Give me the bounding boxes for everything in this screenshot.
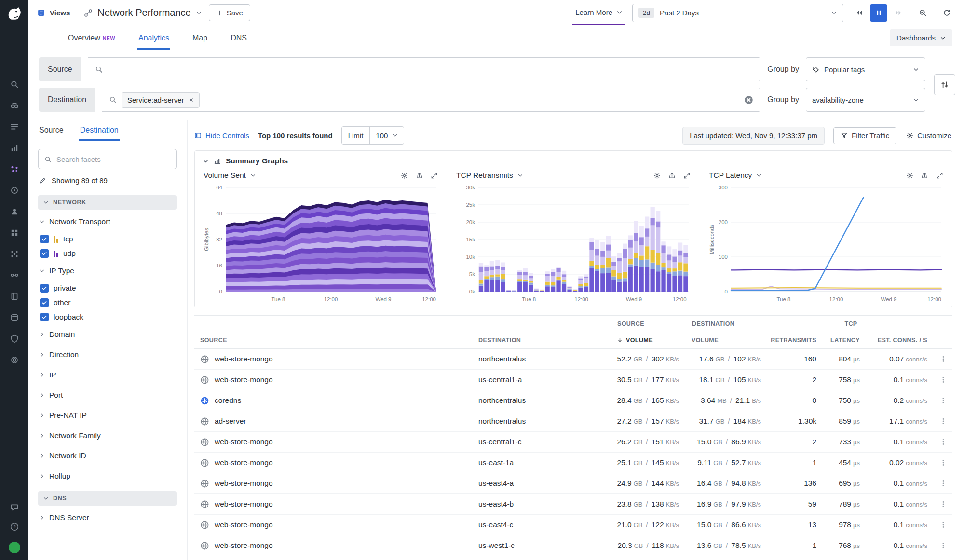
- row-menu-icon[interactable]: [934, 480, 952, 487]
- tab-dns[interactable]: DNS: [230, 26, 248, 50]
- destination-name[interactable]: us-east4-b: [473, 500, 611, 508]
- chart-plot-tcp-retransmits[interactable]: 0k5k10k15k20k25k30kTue 812:00Wed 912:00: [455, 183, 692, 304]
- network-icon[interactable]: [10, 165, 19, 173]
- limit-control[interactable]: Limit 100: [341, 126, 405, 145]
- table-row[interactable]: web-store-mongous-east4-c21.0GB/122KB/s1…: [194, 515, 952, 535]
- source-name[interactable]: ad-server: [215, 417, 246, 426]
- synthetics-icon[interactable]: [10, 186, 19, 195]
- chart-plot-tcp-latency[interactable]: 0100200300Tue 812:00Wed 912:00Millisecon…: [708, 183, 944, 304]
- facet-group-domain[interactable]: Domain: [38, 324, 177, 345]
- table-row[interactable]: web-store-mongous-east4-b23.8GB/138KB/s1…: [194, 494, 952, 515]
- row-menu-icon[interactable]: [934, 542, 952, 549]
- chart-settings-icon[interactable]: [653, 172, 661, 179]
- infrastructure-icon[interactable]: [10, 313, 19, 322]
- watchdog-icon[interactable]: [10, 101, 19, 110]
- chart-title[interactable]: TCP Retransmits: [456, 171, 513, 180]
- chart-title[interactable]: TCP Latency: [709, 171, 752, 180]
- chart-expand-icon[interactable]: [683, 172, 691, 179]
- destination-query-input[interactable]: [204, 96, 740, 104]
- facet-tab-destination[interactable]: Destination: [79, 120, 120, 141]
- facet-group-ip-type[interactable]: IP Type: [38, 261, 177, 281]
- forward-button[interactable]: [890, 4, 907, 22]
- facet-group-rollup[interactable]: Rollup: [38, 466, 177, 486]
- zoom-out-button[interactable]: [914, 4, 931, 22]
- table-row[interactable]: web-store-mongonorthcentralus52.2GB/302K…: [194, 349, 952, 370]
- rewind-button[interactable]: [850, 4, 868, 22]
- col-header-source[interactable]: SOURCE: [194, 337, 473, 344]
- source-group-by-select[interactable]: Popular tags: [806, 57, 925, 81]
- pill-remove-icon[interactable]: [189, 97, 194, 103]
- user-avatar[interactable]: [9, 542, 20, 553]
- pause-button[interactable]: [870, 4, 887, 22]
- table-row[interactable]: web-store-mongous-central1-c26.2GB/151KB…: [194, 432, 952, 453]
- checkbox-checked[interactable]: [40, 235, 49, 243]
- checkbox-checked[interactable]: [40, 313, 49, 321]
- source-search-box[interactable]: [88, 57, 760, 81]
- chart-expand-icon[interactable]: [431, 172, 438, 179]
- source-name[interactable]: web-store-mongo: [215, 458, 273, 467]
- destination-name[interactable]: us-central1-a: [473, 375, 611, 384]
- chart-export-icon[interactable]: [416, 172, 423, 179]
- col-header-source-volume[interactable]: VOLUME: [611, 337, 686, 344]
- destination-name[interactable]: northcentralus: [473, 355, 611, 363]
- col-header-retransmits[interactable]: RETRANSMITS: [768, 337, 823, 344]
- row-menu-icon[interactable]: [934, 438, 952, 446]
- filter-traffic-button[interactable]: Filter Traffic: [833, 127, 896, 144]
- facet-group-ip[interactable]: IP: [38, 365, 177, 385]
- table-row[interactable]: web-store-mongous-east4-a24.9GB/144KB/s1…: [194, 473, 952, 494]
- facet-item-other[interactable]: other: [38, 295, 177, 310]
- view-title-dropdown[interactable]: Network Performance: [84, 7, 202, 18]
- support-chat-icon[interactable]: [10, 503, 19, 512]
- help-icon[interactable]: ?: [10, 522, 19, 531]
- sort-order-button[interactable]: [934, 74, 955, 95]
- save-button[interactable]: Save: [209, 4, 250, 21]
- tab-map[interactable]: Map: [191, 26, 208, 50]
- clear-input-icon[interactable]: [744, 95, 753, 105]
- table-row[interactable]: ad-servernorthcentralus27.2GB/157KB/s31.…: [194, 411, 952, 432]
- source-name[interactable]: coredns: [215, 396, 241, 405]
- table-row[interactable]: web-store-mongous-west1-c20.3GB/118KB/s1…: [194, 535, 952, 556]
- views-button[interactable]: Views: [37, 9, 70, 17]
- table-row[interactable]: web-store-mongous-east-1a25.1GB/145KB/s9…: [194, 453, 952, 473]
- row-menu-icon[interactable]: [934, 417, 952, 425]
- tab-analytics[interactable]: Analytics: [137, 26, 170, 50]
- collapse-icon[interactable]: [203, 158, 209, 164]
- facet-item-loopback[interactable]: loopback: [38, 310, 177, 324]
- row-menu-icon[interactable]: [934, 376, 952, 384]
- security-icon[interactable]: [10, 334, 19, 343]
- rum-icon[interactable]: [10, 207, 19, 216]
- pencil-icon[interactable]: [39, 177, 46, 184]
- events-icon[interactable]: [10, 356, 19, 364]
- source-name[interactable]: web-store-mongo: [215, 438, 273, 446]
- service-map-icon[interactable]: [10, 271, 19, 280]
- destination-name[interactable]: us-central1-c: [473, 438, 611, 446]
- customize-button[interactable]: Customize: [905, 132, 952, 140]
- row-menu-icon[interactable]: [934, 355, 952, 363]
- destination-name[interactable]: northcentralus: [473, 396, 611, 405]
- chart-export-icon[interactable]: [668, 172, 676, 179]
- destination-name[interactable]: us-east4-a: [473, 479, 611, 488]
- chart-title[interactable]: Volume Sent: [204, 171, 246, 180]
- dashboards-dropdown[interactable]: Dashboards: [890, 29, 952, 46]
- source-query-input[interactable]: [108, 66, 753, 74]
- source-name[interactable]: web-store-mongo: [215, 500, 273, 508]
- summary-graphs-header[interactable]: Summary Graphs: [203, 157, 944, 165]
- refresh-button[interactable]: [938, 4, 955, 22]
- chart-settings-icon[interactable]: [401, 172, 408, 179]
- row-menu-icon[interactable]: [934, 459, 952, 467]
- destination-group-by-select[interactable]: availability-zone: [806, 88, 925, 112]
- hide-controls-button[interactable]: Hide Controls: [194, 132, 249, 140]
- datadog-logo[interactable]: [5, 5, 24, 23]
- facet-item-private[interactable]: private: [38, 281, 177, 295]
- chart-expand-icon[interactable]: [936, 172, 943, 179]
- col-header-est-conns[interactable]: EST. CONNS. / S: [867, 337, 934, 344]
- facet-search-input[interactable]: [56, 155, 170, 163]
- facet-group-direction[interactable]: Direction: [38, 345, 177, 365]
- search-icon[interactable]: [10, 80, 19, 89]
- learn-more-dropdown[interactable]: Learn More: [572, 1, 625, 25]
- facet-group-dns-server[interactable]: DNS Server: [38, 507, 177, 528]
- row-menu-icon[interactable]: [934, 521, 952, 529]
- facet-group-network-transport[interactable]: Network Transport: [38, 212, 177, 232]
- processes-icon[interactable]: [10, 250, 19, 258]
- source-name[interactable]: web-store-mongo: [215, 520, 273, 529]
